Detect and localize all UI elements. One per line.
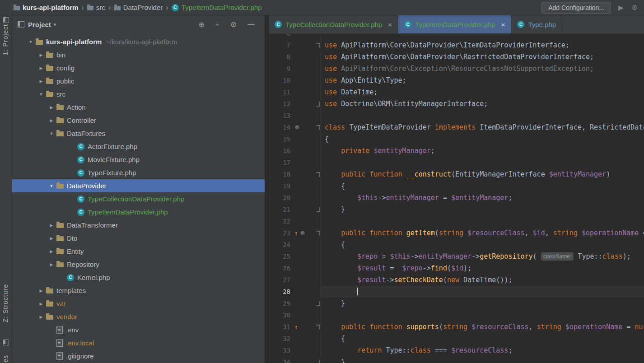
fold-start-icon[interactable] [316,43,320,48]
tree-item-typeitemdataprovider-php[interactable]: CTypeItemDataProvider.php [12,205,265,219]
tree-item-actorfixture-php[interactable]: CActorFixture.php [12,140,265,153]
line-number[interactable]: 25 [269,251,293,262]
tree-item-public[interactable]: ▶public [12,74,265,88]
line-number[interactable]: 30 [269,309,293,321]
line-number[interactable]: 27 [269,274,293,286]
line-number[interactable]: 31 [269,321,293,333]
code-text[interactable] [321,110,644,121]
tree-item-typecollectiondataprovider-php[interactable]: CTypeCollectionDataProvider.php [12,192,265,205]
tree-item-gitignore[interactable]: .gitignore [12,349,265,363]
line-number[interactable]: 20 [269,192,293,204]
close-icon[interactable]: × [501,21,505,28]
code-text[interactable] [321,157,644,168]
line-number[interactable]: 19 [269,180,293,192]
code-text[interactable]: use Doctrine\ORM\EntityManagerInterface; [321,98,644,110]
code-text[interactable]: return Type::class === $resourceClass; [321,344,644,356]
tree-item-kernel-php[interactable]: CKernel.php [12,271,265,284]
tree-expand-icon[interactable]: ▶ [47,118,56,123]
breadcrumb-item-dataprovider[interactable]: DataProvider [114,4,163,11]
line-number[interactable]: 28 [269,286,293,298]
code-text[interactable]: use DateTime; [321,86,644,98]
tree-item-vendor[interactable]: ▶vendor [12,310,265,323]
run-icon[interactable]: ▶ [618,4,624,12]
line-number[interactable]: 12 [269,98,293,110]
code-text[interactable]: public function getItem(string $resource… [321,227,644,239]
code-text[interactable]: use ApiPlatform\Core\DataProvider\Restri… [321,51,644,63]
tree-item-datafixtures[interactable]: ▼DataFixtures [12,127,265,140]
code-text[interactable] [321,286,644,298]
code-text[interactable]: $this->entityManager = $entityManager; [321,192,644,204]
code-text[interactable]: $result = $repo->find($id); [321,262,644,274]
fold-end-icon[interactable] [316,360,320,363]
tree-item-action[interactable]: ▶Action [12,101,265,114]
line-number[interactable]: 22 [269,215,293,227]
tree-item-kurs-api-platform[interactable]: ▼kurs-api-platform~/kurs/kurs-api-platfo… [12,35,265,48]
line-number[interactable]: 8 [269,51,293,63]
code-text[interactable]: { [321,133,644,145]
line-number[interactable]: 17 [269,157,293,168]
implementing-marker-icon[interactable] [300,230,306,236]
fold-end-icon[interactable] [316,102,320,107]
code-text[interactable] [321,215,644,227]
line-number[interactable]: 15 [269,133,293,145]
line-number[interactable]: 24 [269,239,293,251]
code-text[interactable] [321,34,644,39]
line-number[interactable]: 26 [269,262,293,274]
tree-item-env-local[interactable]: .env.local [12,336,265,349]
gear-icon[interactable]: ⚙ [230,20,237,29]
line-number[interactable]: 7 [269,39,293,51]
code-text[interactable] [321,309,644,321]
editor-tab-type-php[interactable]: CType.php [511,15,562,33]
tree-item-var[interactable]: ▶var [12,297,265,310]
tree-expand-icon[interactable]: ▶ [36,315,46,319]
tree-item-datatransformer[interactable]: ▶DataTransformer [12,219,265,232]
tree-item-moviefixture-php[interactable]: CMovieFixture.php [12,153,265,166]
fold-start-icon[interactable] [316,172,320,177]
project-panel-title[interactable]: Project [28,21,51,28]
tree-collapse-icon[interactable]: ▼ [26,40,36,44]
panel-splitter[interactable] [265,15,269,363]
fold-end-icon[interactable] [316,301,320,306]
editor-tab-typecollectiondataprovider-php[interactable]: CTypeCollectionDataProvider.php× [269,15,398,33]
code-text[interactable]: { [321,333,644,344]
line-number[interactable]: 34 [269,356,293,363]
tree-expand-icon[interactable]: ▶ [47,249,56,254]
code-text[interactable]: { [321,239,644,251]
collapse-all-icon[interactable]: ÷ [215,20,219,28]
tree-expand-icon[interactable]: ▶ [47,236,56,241]
tree-expand-icon[interactable]: ▶ [47,223,56,228]
editor-tab-typeitemdataprovider-php[interactable]: CTypeItemDataProvider.php× [398,15,511,33]
line-number[interactable]: 16 [269,145,293,157]
tree-collapse-icon[interactable]: ▼ [36,92,46,97]
override-method-icon[interactable]: ↑ [294,230,298,236]
tree-expand-icon[interactable]: ▶ [36,53,46,57]
fold-start-icon[interactable] [316,125,320,130]
line-number[interactable]: 29 [269,298,293,309]
tree-collapse-icon[interactable]: ▼ [47,131,56,136]
tree-item-templates[interactable]: ▶templates [12,284,265,297]
tree-expand-icon[interactable]: ▶ [47,105,56,110]
close-icon[interactable]: × [388,21,392,28]
tree-item-dataprovider[interactable]: ▼DataProvider [12,179,265,192]
fold-start-icon[interactable] [316,325,320,330]
code-text[interactable]: } [321,204,644,215]
code-text[interactable]: public function supports(string $resourc… [321,321,644,333]
line-number[interactable]: 6 [269,34,293,39]
chevron-down-icon[interactable]: ▾ [54,22,56,28]
tree-item-bin[interactable]: ▶bin [12,48,265,61]
tree-item-entity[interactable]: ▶Entity [12,245,265,258]
project-tool-icon[interactable] [3,17,9,23]
line-number[interactable]: 33 [269,344,293,356]
tree-item-env[interactable]: .env [12,323,265,336]
code-text[interactable]: use ApiPlatform\Core\Exception\ResourceC… [321,63,644,74]
breadcrumb-item-typeitemdataprovider-php[interactable]: CTypeItemDataProvider.php [172,4,262,11]
line-number[interactable]: 11 [269,86,293,98]
breadcrumb-item-src[interactable]: src [87,4,105,11]
tree-item-repository[interactable]: ▶Repository [12,258,265,271]
structure-tool-icon[interactable] [3,340,9,345]
locate-file-icon[interactable]: ⊕ [198,20,204,29]
code-text[interactable]: class TypeItemDataProvider implements It… [321,121,644,133]
hide-panel-icon[interactable]: — [247,20,255,28]
override-method-icon[interactable]: ↑ [294,324,298,330]
code-text[interactable]: public function __construct(EntityManage… [321,168,644,180]
